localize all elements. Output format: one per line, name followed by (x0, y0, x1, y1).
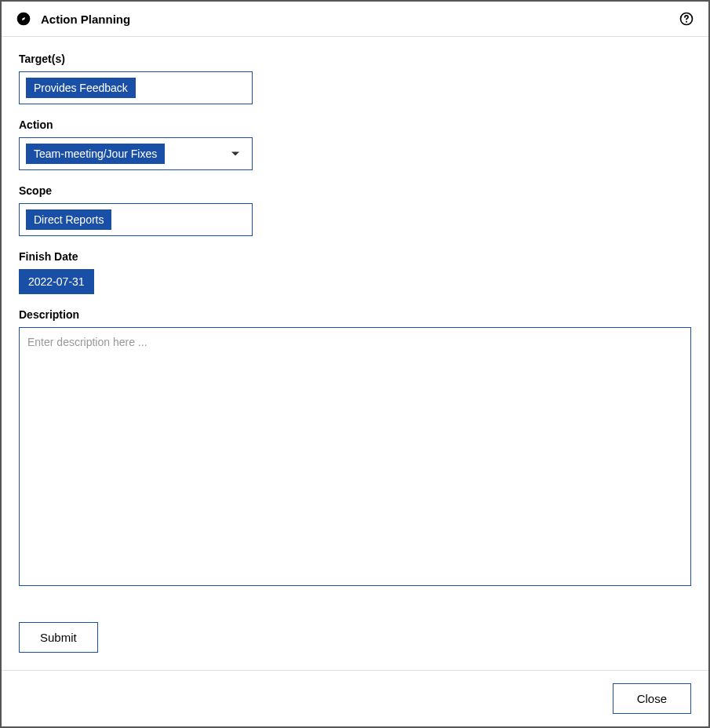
description-field: Description (19, 308, 691, 589)
help-icon[interactable] (679, 11, 694, 27)
close-button[interactable]: Close (613, 683, 691, 714)
action-chip[interactable]: Team-meeting/Jour Fixes (26, 144, 165, 164)
targets-label: Target(s) (19, 53, 691, 65)
form-body: Target(s) Provides Feedback Action Team-… (2, 37, 708, 670)
action-dropdown[interactable]: Team-meeting/Jour Fixes (19, 137, 253, 170)
dialog-title: Action Planning (41, 13, 130, 26)
targets-chip[interactable]: Provides Feedback (26, 78, 136, 98)
targets-field: Target(s) Provides Feedback (19, 53, 691, 104)
finish-date-field: Finish Date 2022-07-31 (19, 250, 691, 294)
scope-label: Scope (19, 184, 691, 197)
action-label: Action (19, 118, 691, 131)
action-field: Action Team-meeting/Jour Fixes (19, 118, 691, 170)
description-label: Description (19, 308, 691, 321)
svg-point-2 (686, 21, 687, 23)
scope-chip[interactable]: Direct Reports (26, 209, 111, 230)
targets-input[interactable]: Provides Feedback (19, 71, 253, 104)
finish-date-value[interactable]: 2022-07-31 (19, 269, 94, 294)
scope-field: Scope Direct Reports (19, 184, 691, 236)
submit-button[interactable]: Submit (19, 622, 98, 653)
finish-date-label: Finish Date (19, 250, 691, 263)
dialog-header: Action Planning (2, 2, 708, 37)
chevron-down-icon (231, 152, 239, 156)
description-textarea[interactable] (19, 327, 691, 586)
dialog-footer: Close (2, 670, 708, 726)
scope-input[interactable]: Direct Reports (19, 203, 253, 236)
compass-icon (16, 11, 31, 27)
